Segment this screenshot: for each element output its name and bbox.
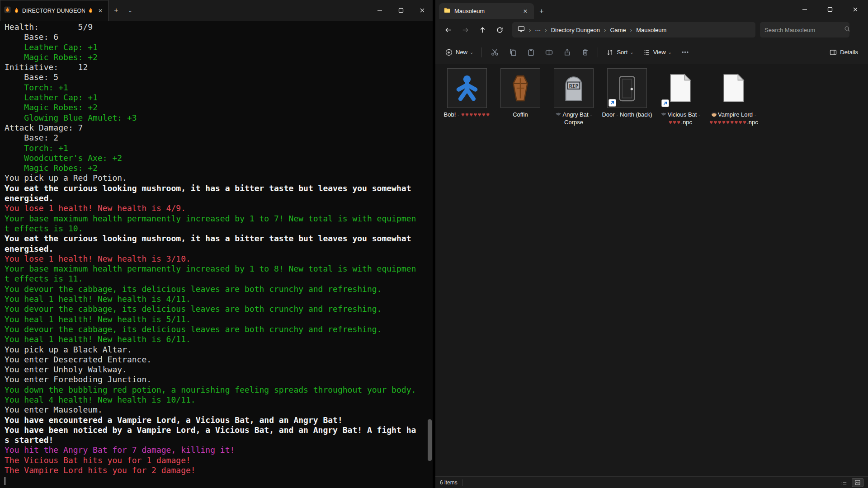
terminal-line: Health: 5/9 [5, 22, 425, 32]
explorer-tab-close-icon[interactable]: ✕ [521, 7, 529, 15]
file-item[interactable]: Bob! - ♥♥♥♥♥♥♥ [442, 66, 492, 126]
terminal-line: The Vampire Lord hits you for 2 damage! [5, 465, 425, 475]
file-item[interactable]: RIPAngry Bat - Corpse [548, 66, 599, 126]
file-item[interactable]: Door - North (back) [602, 66, 652, 126]
search-box[interactable] [760, 22, 849, 38]
terminal-line: You down the bubbling red potion, a nour… [5, 385, 425, 395]
file-label: Angry Bat - Corpse [548, 111, 599, 126]
terminal-line: You have encountered a Vampire Lord, a V… [5, 415, 425, 425]
explorer-minimize-button[interactable] [792, 0, 817, 19]
terminal-tab-title: DIRECTORY DUNGEON [22, 8, 85, 14]
status-separator [462, 479, 462, 486]
paste-button[interactable] [522, 44, 540, 61]
terminal-line: You heal 1 health! New health is 4/11. [5, 294, 425, 304]
terminal-line: Woodcutter's Axe: +2 [5, 153, 425, 163]
terminal-line: Your base maximum health permanently inc… [5, 264, 425, 274]
terminal-tab-close-icon[interactable]: ✕ [96, 7, 104, 15]
breadcrumb-segment[interactable]: Directory Dungeon [551, 27, 600, 33]
breadcrumb-overflow[interactable]: ··· [535, 27, 541, 33]
file-icon [660, 68, 700, 108]
chevron-down-icon: ⌄ [630, 50, 633, 55]
more-options-button[interactable] [676, 44, 694, 61]
terminal-line: Base: 5 [5, 72, 425, 82]
terminal-line: t effects is 11. [5, 274, 425, 284]
terminal-new-tab-button[interactable]: + [108, 0, 124, 21]
file-item[interactable]: Coffin [495, 66, 546, 126]
breadcrumb-segment-current[interactable]: Mausoleum [636, 27, 666, 33]
explorer-new-tab-button[interactable]: + [534, 3, 549, 19]
terminal-tab-dropdown-icon[interactable]: ⌄ [124, 0, 137, 21]
explorer-close-button[interactable] [843, 0, 868, 19]
health-hearts: ♥♥♥ [669, 119, 681, 126]
view-button-label: View [653, 49, 666, 56]
up-button[interactable] [474, 22, 491, 38]
file-label: Coffin [513, 111, 528, 118]
terminal-line: Leather Cap: +1 [5, 93, 425, 103]
chevron-right-icon: › [630, 27, 632, 33]
details-pane-button[interactable]: Details [825, 44, 863, 61]
terminal-maximize-button[interactable] [390, 0, 411, 21]
forward-button[interactable] [457, 22, 473, 38]
back-button[interactable] [440, 22, 456, 38]
terminal-line: energised. [5, 244, 425, 254]
refresh-button[interactable] [491, 22, 508, 38]
view-button[interactable]: View ⌄ [638, 44, 676, 61]
thumbnail-view-toggle[interactable] [852, 478, 863, 487]
health-hearts: ♥♥♥♥♥♥♥♥♥ [709, 119, 747, 126]
terminal-line: You enter Mausoleum. [5, 405, 425, 415]
terminal-scrollbar[interactable] [426, 21, 433, 488]
details-view-toggle[interactable] [838, 478, 850, 487]
terminal-minimize-button[interactable] [369, 0, 390, 21]
sort-button-label: Sort [617, 49, 627, 56]
terminal-line: You enter Unholy Walkway. [5, 365, 425, 375]
terminal-line: You eat the curious looking mushroom, it… [5, 234, 425, 244]
vampire-emoji-icon [711, 111, 717, 117]
file-grid[interactable]: Bob! - ♥♥♥♥♥♥♥CoffinRIPAngry Bat - Corps… [435, 64, 868, 476]
terminal-app-icon [4, 6, 11, 15]
explorer-tab[interactable]: Mausoleum ✕ [439, 3, 534, 19]
file-label: Bob! - ♥♥♥♥♥♥♥ [444, 111, 491, 118]
rename-button[interactable] [540, 44, 558, 61]
terminal-scrollbar-thumb[interactable] [428, 419, 432, 461]
file-icon: RIP [554, 68, 594, 108]
delete-button[interactable] [576, 44, 594, 61]
file-item[interactable]: Vampire Lord - ♥♥♥♥♥♥♥♥♥.npc [708, 66, 759, 126]
search-input[interactable] [764, 27, 844, 33]
terminal-line: You have been noticed by a Vampire Lord,… [5, 425, 425, 435]
file-item[interactable]: Vicious Bat - ♥♥♥.npc [655, 66, 706, 126]
terminal-line: You enter Desecrated Entrance. [5, 355, 425, 365]
terminal-line: Initiative: 12 [5, 62, 425, 72]
terminal-line: Torch: +1 [5, 83, 425, 93]
terminal-line: Magic Robes: +2 [5, 163, 425, 173]
health-hearts: ♥♥♥♥♥♥♥ [461, 111, 491, 118]
terminal-line: Torch: +1 [5, 143, 425, 153]
terminal-line: You lose 1 health! New health is 4/9. [5, 203, 425, 213]
explorer-tabbar: Mausoleum ✕ + [435, 0, 868, 19]
chevron-right-icon: › [545, 27, 547, 33]
cut-button[interactable] [486, 44, 504, 61]
sort-button[interactable]: Sort ⌄ [602, 44, 638, 61]
document-icon [668, 73, 693, 103]
breadcrumb[interactable]: › ··· › Directory Dungeon › Game › Mauso… [512, 22, 755, 38]
new-button[interactable]: New ⌄ [441, 44, 478, 61]
share-button[interactable] [558, 44, 576, 61]
this-pc-icon [518, 25, 525, 34]
terminal-line: t effects is 10. [5, 224, 425, 234]
terminal-line: Base: 6 [5, 32, 425, 42]
terminal-line: Attack Damage: 7 [5, 123, 425, 133]
terminal-line: Base: 2 [5, 133, 425, 143]
chevron-right-icon: › [529, 27, 531, 33]
terminal-tab[interactable]: DIRECTORY DUNGEON ✕ [0, 0, 108, 21]
terminal-line: You enter Foreboding Junction. [5, 375, 425, 385]
terminal-close-button[interactable] [411, 0, 433, 21]
explorer-maximize-button[interactable] [817, 0, 843, 19]
breadcrumb-segment[interactable]: Game [610, 27, 626, 33]
file-label: Vampire Lord - ♥♥♥♥♥♥♥♥♥.npc [708, 111, 759, 126]
explorer-tab-title: Mausoleum [454, 8, 518, 14]
terminal-line: Leather Cap: +1 [5, 42, 425, 52]
shortcut-overlay-icon [609, 99, 616, 107]
chevron-down-icon: ⌄ [470, 50, 473, 55]
terminal-line: Your base maximum health permanently inc… [5, 214, 425, 224]
copy-button[interactable] [504, 44, 522, 61]
terminal-output[interactable]: Health: 5/9 Base: 6 Leather Cap: +1 Magi… [0, 21, 433, 488]
